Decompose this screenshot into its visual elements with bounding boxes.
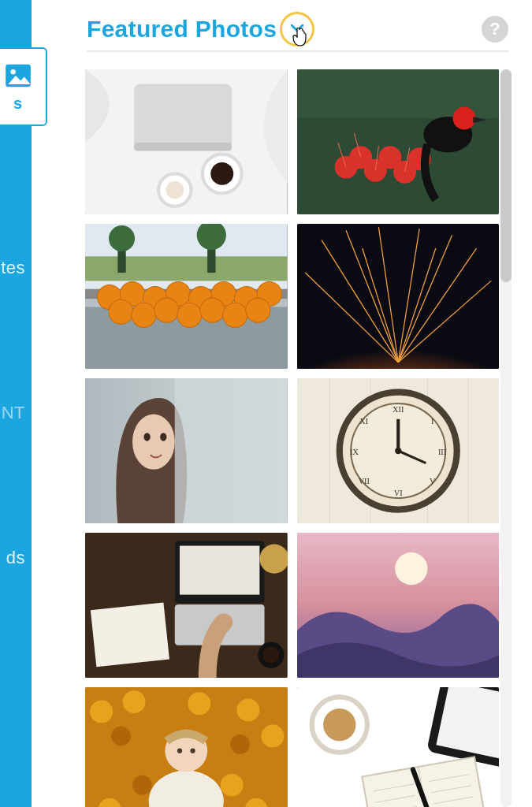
svg-point-46 (246, 298, 270, 322)
svg-point-60 (132, 415, 175, 470)
svg-point-8 (166, 181, 184, 199)
svg-point-6 (210, 162, 233, 185)
svg-point-108 (190, 749, 195, 753)
svg-rect-86 (91, 603, 169, 668)
svg-point-101 (221, 774, 244, 797)
photo-tablet-coffee-notebook[interactable] (297, 687, 500, 807)
svg-rect-84 (180, 546, 259, 595)
sidebar-item-label: tes (1, 258, 25, 278)
svg-text:VI: VI (393, 489, 402, 497)
svg-point-1 (10, 69, 15, 74)
svg-text:V: V (429, 478, 435, 486)
svg-point-41 (132, 303, 156, 327)
svg-point-42 (154, 298, 179, 322)
photo-laptop-notebook-desk[interactable] (85, 533, 288, 678)
svg-point-88 (262, 647, 279, 664)
scrollbar-thumb[interactable] (500, 69, 512, 282)
svg-point-43 (177, 303, 202, 327)
svg-rect-25 (85, 256, 288, 281)
help-icon-glyph: ? (489, 19, 500, 39)
photo-baby-autumn-leaves[interactable] (85, 687, 288, 807)
sidebar: s tes NT ds (0, 0, 32, 807)
gallery-viewport: XIIIIII VVIVII IXXI (85, 69, 513, 807)
svg-point-91 (395, 552, 427, 585)
sidebar-item-3[interactable]: NT (0, 377, 32, 449)
sidebar-item-1[interactable]: tes (0, 232, 32, 304)
svg-point-107 (177, 749, 182, 753)
svg-point-104 (132, 775, 152, 795)
svg-rect-63 (175, 378, 288, 523)
svg-point-40 (109, 299, 133, 324)
category-dropdown[interactable] (280, 12, 314, 46)
photo-laptop-coffee-bed[interactable] (85, 69, 288, 214)
svg-point-94 (123, 691, 146, 714)
svg-text:VII: VII (358, 478, 370, 486)
svg-point-81 (395, 448, 401, 454)
svg-text:I: I (430, 417, 433, 426)
svg-point-44 (200, 298, 225, 322)
chevron-down-icon (291, 21, 303, 35)
svg-point-103 (230, 734, 250, 754)
sidebar-items: tes NT ds (0, 159, 32, 594)
sidebar-item-0[interactable] (0, 159, 32, 232)
svg-rect-3 (134, 84, 232, 150)
photo-wall-clock-roman[interactable]: XIIIIII VVIVII IXXI (297, 378, 500, 523)
svg-point-62 (160, 433, 166, 441)
image-icon (2, 60, 34, 91)
svg-point-61 (143, 433, 150, 441)
svg-text:XI: XI (359, 417, 368, 426)
svg-point-102 (111, 727, 131, 746)
photo-pumpkin-cart[interactable] (85, 224, 288, 369)
sidebar-active-label: s (0, 95, 46, 113)
svg-point-45 (223, 303, 247, 327)
svg-text:III: III (437, 448, 446, 456)
photo-fire-sparks[interactable] (297, 224, 500, 369)
svg-text:IX: IX (349, 448, 358, 456)
svg-point-96 (261, 725, 284, 748)
sidebar-item-label: ds (6, 548, 25, 568)
svg-rect-4 (134, 143, 232, 151)
svg-point-113 (323, 708, 355, 741)
sidebar-item-4[interactable] (0, 449, 32, 522)
svg-point-22 (452, 107, 475, 130)
svg-point-28 (109, 225, 135, 251)
photo-red-bird-flower[interactable] (297, 69, 500, 214)
svg-point-95 (236, 699, 259, 722)
sidebar-item-5[interactable]: ds (0, 522, 32, 594)
photo-woman-frosted-glass[interactable] (85, 378, 288, 523)
svg-point-93 (90, 701, 113, 723)
svg-point-99 (188, 693, 210, 716)
sidebar-item-label: NT (2, 403, 25, 423)
help-icon[interactable]: ? (482, 16, 508, 43)
svg-text:XII: XII (392, 406, 404, 415)
page-title: Featured Photos (87, 16, 277, 43)
photo-mountain-sunset-purple[interactable] (297, 533, 500, 678)
sidebar-item-2[interactable] (0, 304, 32, 377)
sidebar-active-tab[interactable]: s (0, 47, 47, 126)
photo-grid: XIIIIII VVIVII IXXI (85, 69, 513, 807)
page-header: Featured Photos ? (87, 8, 508, 52)
